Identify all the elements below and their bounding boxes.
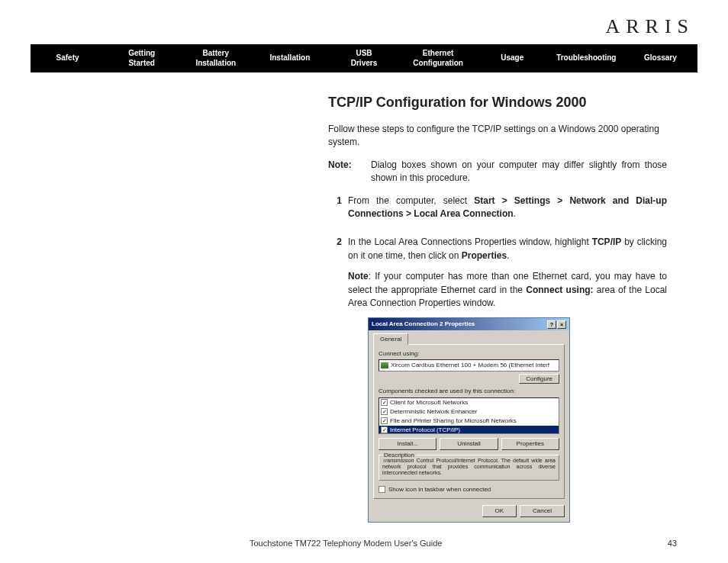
components-label: Components checked are used by this conn… xyxy=(378,387,559,396)
footer-title: Touchstone TM722 Telephony Modem User's … xyxy=(250,539,442,548)
nav-installation[interactable]: Installation xyxy=(253,44,327,72)
description-legend: Description xyxy=(382,451,416,460)
properties-dialog: Local Area Connection 2 Properties ? × G… xyxy=(368,317,570,523)
help-icon[interactable]: ? xyxy=(547,320,556,329)
properties-button[interactable]: Properties xyxy=(501,438,559,450)
list-item[interactable]: ✓File and Printer Sharing for Microsoft … xyxy=(379,417,559,426)
note-text: Dialog boxes shown on your computer may … xyxy=(371,159,667,185)
install-button[interactable]: Install... xyxy=(378,438,436,450)
configure-button[interactable]: Configure xyxy=(519,374,559,384)
description-group: Description Transmission Control Protoco… xyxy=(378,455,559,481)
step-2-note: Note: If your computer has more than one… xyxy=(348,270,667,310)
tab-general[interactable]: General xyxy=(373,333,408,345)
list-item-selected[interactable]: ✓Internet Protocol (TCP/IP) xyxy=(379,426,559,434)
brand-logo: ARRIS xyxy=(31,15,697,38)
checkbox-icon[interactable]: ✓ xyxy=(381,426,388,433)
connect-using-label: Connect using: xyxy=(378,349,559,359)
nic-icon xyxy=(381,362,388,368)
list-item[interactable]: ✓Deterministic Network Enhancer xyxy=(379,407,559,417)
nav-battery-installation[interactable]: BatteryInstallation xyxy=(179,44,253,72)
list-item[interactable]: ✓Client for Microsoft Networks xyxy=(379,398,559,407)
uninstall-button[interactable]: Uninstall xyxy=(440,438,498,450)
adapter-combo[interactable]: Xircom Cardbus Ethernet 100 + Modem 56 (… xyxy=(378,359,559,372)
page-number: 43 xyxy=(668,539,677,548)
intro-text: Follow these steps to configure the TCP/… xyxy=(328,123,667,150)
dialog-title: Local Area Connection 2 Properties xyxy=(372,320,475,329)
nav-glossary[interactable]: Glossary xyxy=(623,44,697,72)
dialog-titlebar: Local Area Connection 2 Properties ? × xyxy=(369,318,569,330)
nav-troubleshooting[interactable]: Troubleshooting xyxy=(549,44,623,72)
description-text: Transmission Control Protocol/Internet P… xyxy=(382,458,556,477)
checkbox-icon[interactable] xyxy=(378,486,385,493)
ok-button[interactable]: OK xyxy=(482,505,517,517)
step-2-number: 2 xyxy=(328,236,342,522)
step-1: 1 From the computer, select Start > Sett… xyxy=(328,195,667,229)
cancel-button[interactable]: Cancel xyxy=(520,505,565,517)
nav-safety[interactable]: Safety xyxy=(31,44,105,72)
nav-getting-started[interactable]: GettingStarted xyxy=(105,44,179,72)
show-icon-row[interactable]: Show icon in taskbar when connected xyxy=(378,485,559,494)
nav-usage[interactable]: Usage xyxy=(475,44,549,72)
components-list[interactable]: ✓Client for Microsoft Networks ✓Determin… xyxy=(378,397,559,434)
checkbox-icon[interactable]: ✓ xyxy=(381,399,388,406)
page-footer: Touchstone TM722 Telephony Modem User's … xyxy=(0,539,728,548)
page-title: TCP/IP Configuration for Windows 2000 xyxy=(328,92,667,112)
top-nav: Safety GettingStarted BatteryInstallatio… xyxy=(31,44,697,72)
step-1-text: From the computer, select Start > Settin… xyxy=(348,195,667,221)
step-2: 2 In the Local Area Connections Properti… xyxy=(328,236,667,522)
step-2-text: In the Local Area Connections Properties… xyxy=(348,236,667,262)
note-label: Note: xyxy=(328,159,352,170)
checkbox-icon[interactable]: ✓ xyxy=(381,408,388,415)
nav-usb-drivers[interactable]: USBDrivers xyxy=(327,44,401,72)
checkbox-icon[interactable]: ✓ xyxy=(381,417,388,424)
main-content: TCP/IP Configuration for Windows 2000 Fo… xyxy=(328,92,667,523)
step-1-number: 1 xyxy=(328,195,342,229)
close-icon[interactable]: × xyxy=(557,320,566,329)
note-block: Note: Dialog boxes shown on your compute… xyxy=(328,159,667,185)
nav-ethernet-configuration[interactable]: EthernetConfiguration xyxy=(401,44,475,72)
